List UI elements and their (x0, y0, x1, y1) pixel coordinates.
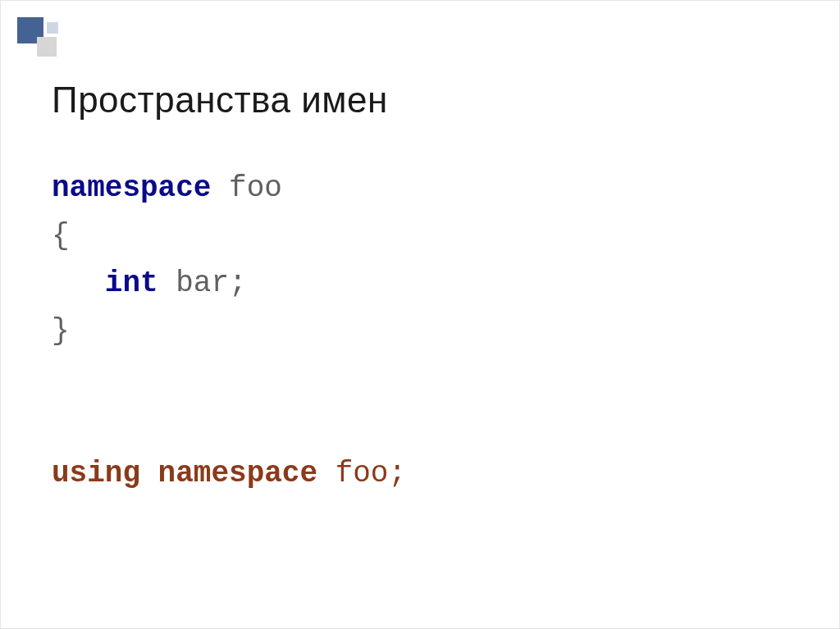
square-light-icon (37, 37, 57, 57)
square-small-icon (47, 22, 58, 34)
slide-title: Пространства имен (52, 80, 388, 121)
code-using-target: foo; (317, 457, 406, 490)
code-brace-close: } (52, 314, 70, 348)
slide: Пространства имен namespace foo { int ba… (0, 0, 840, 629)
code-type-int: int (105, 267, 158, 300)
code-namespace-name: foo (211, 171, 281, 205)
code-indent (52, 267, 105, 300)
code-brace-open: { (52, 219, 70, 253)
code-var-decl: bar; (158, 267, 247, 300)
code-block: namespace foo { int bar; } using namespa… (52, 165, 406, 498)
code-using-directive: using namespace (52, 457, 317, 490)
corner-decoration (17, 17, 66, 66)
code-keyword-namespace: namespace (52, 171, 211, 205)
